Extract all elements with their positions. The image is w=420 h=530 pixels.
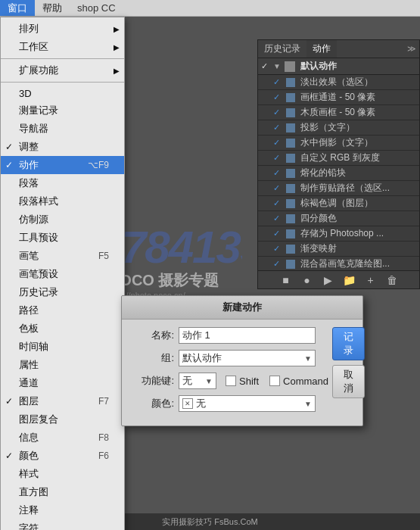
action-icon-5	[286, 154, 295, 163]
menu-item-properties[interactable]: 属性	[1, 356, 124, 374]
dialog-funckey-select[interactable]: 无 ▼	[179, 373, 216, 389]
action-item-6[interactable]: ✓ 熔化的铅块	[258, 166, 419, 181]
menu-item-channels[interactable]: 通道	[1, 374, 124, 392]
menu-item-paragraph[interactable]: 段落	[1, 174, 124, 192]
action-item-10[interactable]: ✓ 存储为 Photoshop ...	[258, 226, 419, 242]
shortcut-layers: F7	[98, 396, 109, 407]
submenu-arrow-arrange: ▶	[114, 25, 120, 33]
action-item-9[interactable]: ✓ 四分颜色	[258, 211, 419, 226]
menu-item-character[interactable]: 字符	[1, 519, 124, 530]
action-icon-8	[286, 199, 295, 208]
command-label: Command	[283, 376, 328, 387]
menu-item-swatches[interactable]: 色板	[1, 320, 124, 338]
tab-actions[interactable]: 动作	[306, 40, 337, 58]
menu-item-layers[interactable]: ✓ 图层 F7	[1, 392, 124, 410]
menu-item-notes[interactable]: 注释	[1, 501, 124, 519]
menu-item-color[interactable]: ✓ 颜色 F6	[1, 447, 124, 465]
menu-item-arrange[interactable]: 排列 ▶	[1, 20, 124, 38]
action-check-3: ✓	[273, 123, 284, 132]
action-icon-2	[286, 108, 295, 117]
menu-item-tool-preset[interactable]: 工具预设	[1, 229, 124, 247]
menu-window[interactable]: 窗口	[0, 0, 35, 16]
action-item-12[interactable]: ✓ 混合器画笔克隆绘图...	[258, 257, 419, 272]
menu-item-layer-comps[interactable]: 图层复合	[1, 410, 124, 429]
stop-button[interactable]: ■	[278, 273, 294, 288]
action-item-11[interactable]: ✓ 渐变映射	[258, 242, 419, 257]
menu-item-history[interactable]: 历史记录	[1, 283, 124, 301]
menu-item-adjustments[interactable]: ✓ 调整	[1, 138, 124, 156]
submenu-arrow-ext: ▶	[114, 67, 120, 75]
menu-item-brush-preset[interactable]: 画笔预设	[1, 265, 124, 283]
action-label-2: 木质画框 - 50 像素	[297, 106, 416, 119]
command-checkbox-item[interactable]: Command	[269, 376, 328, 387]
panel-bottom-toolbar: ■ ● ▶ 📁 + 🗑	[258, 270, 419, 288]
shift-checkbox-item[interactable]: Shift	[226, 376, 259, 387]
action-check-12: ✓	[273, 259, 284, 269]
menu-item-clone-source[interactable]: 仿制源	[1, 210, 124, 229]
poco-logo-text: POCO 摄影专题	[110, 270, 219, 291]
record-button[interactable]: ●	[300, 273, 315, 288]
menu-item-extensions[interactable]: 扩展功能 ▶	[1, 61, 124, 80]
action-item-2[interactable]: ✓ 木质画框 - 50 像素	[258, 105, 419, 120]
dialog-color-row: 颜色: ✕ 无 ▼	[132, 395, 316, 412]
check-actions: ✓	[5, 160, 13, 170]
dialog-funckey-label: 功能键:	[132, 374, 174, 388]
action-item-1[interactable]: ✓ 画框通道 - 50 像素	[258, 90, 419, 105]
separator-1	[1, 58, 124, 59]
command-checkbox[interactable]	[269, 376, 280, 386]
dialog-buttons-column: 记录 取消	[326, 320, 372, 426]
menu-item-actions[interactable]: ✓ 动作 ⌥F9	[1, 156, 124, 174]
actions-list: ✓ 淡出效果（选区） ✓ 画框通道 - 50 像素 ✓ 木质画框 - 50 像素…	[258, 75, 419, 285]
play-button[interactable]: ▶	[321, 273, 336, 288]
group-expand-icon[interactable]: ▼	[273, 62, 281, 70]
shift-checkbox[interactable]	[226, 376, 236, 386]
dialog-group-select[interactable]: 默认动作 ▼	[179, 350, 316, 366]
dialog-color-select[interactable]: ✕ 无 ▼	[179, 395, 316, 412]
menu-help[interactable]: 帮助	[35, 0, 70, 16]
menu-item-brush[interactable]: 画笔 F5	[1, 247, 124, 265]
group-check: ✓	[261, 61, 272, 71]
action-check-1: ✓	[273, 92, 284, 102]
select-arrow-color: ▼	[304, 400, 312, 408]
shortcut-actions: ⌥F9	[88, 160, 109, 170]
actions-group-header[interactable]: ✓ ▼ 默认动作	[258, 58, 419, 75]
panel-menu-icon[interactable]: ≫	[407, 44, 416, 54]
action-item-3[interactable]: ✓ 投影（文字）	[258, 120, 419, 136]
action-item-8[interactable]: ✓ 棕褐色调（图层）	[258, 196, 419, 211]
menu-item-workspace[interactable]: 工作区 ▶	[1, 38, 124, 56]
group-label: 默认动作	[297, 60, 416, 73]
menu-item-measurement[interactable]: 测量记录	[1, 101, 124, 120]
action-item-7[interactable]: ✓ 制作剪贴路径（选区...	[258, 181, 419, 196]
action-icon-12	[286, 260, 295, 269]
menu-item-timeline[interactable]: 时间轴	[1, 338, 124, 356]
dialog-checkbox-group: Shift Command	[226, 376, 328, 387]
menu-item-info[interactable]: 信息 F8	[1, 429, 124, 447]
shortcut-info: F8	[98, 432, 109, 443]
check-adjustments: ✓	[5, 142, 13, 152]
dialog-name-input[interactable]	[179, 327, 316, 344]
color-x-mark: ✕	[182, 398, 193, 409]
tab-history[interactable]: 历史记录	[258, 40, 306, 58]
action-item-5[interactable]: ✓ 自定义 RGB 到灰度	[258, 151, 419, 166]
action-check-4: ✓	[273, 138, 284, 148]
action-label-0: 淡出效果（选区）	[297, 76, 416, 89]
new-set-button[interactable]: 📁	[342, 273, 357, 288]
menu-item-styles[interactable]: 样式	[1, 465, 124, 483]
menu-bar: 窗口 帮助 shop CC	[0, 0, 420, 17]
action-label-11: 渐变映射	[297, 242, 416, 255]
menu-item-paragraph-style[interactable]: 段落样式	[1, 192, 124, 210]
menu-item-paths[interactable]: 路径	[1, 301, 124, 320]
new-action-button[interactable]: +	[363, 273, 378, 288]
menu-item-histogram[interactable]: 直方图	[1, 483, 124, 501]
menu-item-navigator[interactable]: 导航器	[1, 120, 124, 138]
group-icon	[285, 61, 295, 72]
action-item-0[interactable]: ✓ 淡出效果（选区）	[258, 75, 419, 90]
cancel-button[interactable]: 取消	[332, 365, 365, 398]
action-item-4[interactable]: ✓ 水中倒影（文字）	[258, 136, 419, 151]
dialog-title: 新建动作	[122, 296, 362, 320]
delete-button[interactable]: 🗑	[384, 273, 400, 288]
submenu-arrow-workspace: ▶	[114, 43, 120, 51]
record-action-button[interactable]: 记录	[332, 327, 365, 360]
menu-item-3d[interactable]: 3D	[1, 85, 124, 101]
new-action-dialog: 新建动作 名称: 组: 默认动作 ▼ 功能键:	[121, 295, 363, 426]
